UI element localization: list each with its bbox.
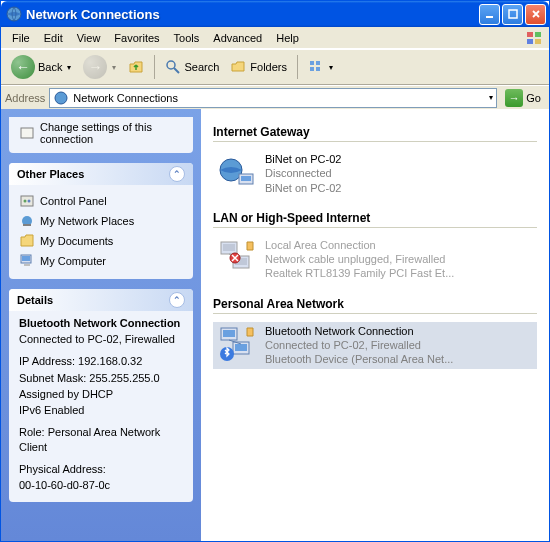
- svg-point-13: [55, 92, 67, 104]
- svg-rect-15: [21, 196, 33, 206]
- svg-rect-11: [310, 67, 314, 71]
- search-icon: [165, 59, 181, 75]
- menu-view[interactable]: View: [70, 30, 108, 46]
- toolbar-separator: [154, 55, 155, 79]
- chevron-down-icon: ▾: [112, 63, 116, 72]
- group-lan: LAN or High-Speed Internet: [213, 211, 537, 228]
- link-my-documents[interactable]: My Documents: [19, 231, 183, 251]
- svg-rect-27: [223, 244, 235, 251]
- detail-ipv6: IPv6 Enabled: [19, 402, 183, 418]
- connection-status: Network cable unplugged, Firewalled: [265, 252, 454, 266]
- collapse-icon[interactable]: ⌃: [169, 292, 185, 308]
- up-button[interactable]: [123, 56, 149, 78]
- folders-label: Folders: [250, 61, 287, 73]
- detail-mac-label: Physical Address:: [19, 461, 183, 477]
- control-panel-icon: [19, 193, 35, 209]
- folder-up-icon: [128, 59, 144, 75]
- search-button[interactable]: Search: [160, 56, 224, 78]
- address-bar: Address Network Connections ▾ → Go: [1, 85, 549, 109]
- collapse-icon[interactable]: ⌃: [169, 166, 185, 182]
- app-icon: [6, 6, 22, 22]
- gateway-icon: [217, 152, 257, 192]
- forward-button[interactable]: → ▾: [78, 52, 121, 82]
- svg-point-7: [167, 61, 175, 69]
- connection-device: Realtek RTL8139 Family PCI Fast Et...: [265, 266, 454, 280]
- other-places-panel: Other Places ⌃ Control Panel My Network …: [9, 163, 193, 279]
- back-label: Back: [38, 61, 62, 73]
- chevron-down-icon: ▾: [67, 63, 71, 72]
- svg-rect-9: [310, 61, 314, 65]
- tasks-pane: Change settings of this connection Other…: [1, 109, 201, 541]
- detail-status: Connected to PC-02, Firewalled: [19, 331, 183, 347]
- documents-icon: [19, 233, 35, 249]
- title-bar: Network Connections: [1, 1, 549, 27]
- svg-rect-22: [24, 264, 30, 266]
- menu-edit[interactable]: Edit: [37, 30, 70, 46]
- connection-name: Bluetooth Network Connection: [265, 324, 453, 338]
- svg-rect-14: [21, 128, 33, 138]
- menu-favorites[interactable]: Favorites: [107, 30, 166, 46]
- group-pan: Personal Area Network: [213, 297, 537, 314]
- connection-item-bluetooth[interactable]: Bluetooth Network Connection Connected t…: [213, 322, 537, 369]
- maximize-button[interactable]: [502, 4, 523, 25]
- panel-header[interactable]: Other Places ⌃: [9, 163, 193, 185]
- minimize-button[interactable]: [479, 4, 500, 25]
- group-internet-gateway: Internet Gateway: [213, 125, 537, 142]
- link-network-places[interactable]: My Network Places: [19, 211, 183, 231]
- connection-status: Disconnected: [265, 166, 341, 180]
- go-icon: →: [505, 89, 523, 107]
- back-button[interactable]: ← Back ▾: [6, 52, 76, 82]
- search-label: Search: [184, 61, 219, 73]
- svg-rect-4: [535, 32, 541, 37]
- close-button[interactable]: [525, 4, 546, 25]
- connection-name: BiNet on PC-02: [265, 152, 341, 166]
- go-button[interactable]: → Go: [501, 88, 545, 108]
- menu-bar: File Edit View Favorites Tools Advanced …: [1, 27, 549, 49]
- forward-icon: →: [83, 55, 107, 79]
- toolbar: ← Back ▾ → ▾ Search Folders ▾: [1, 49, 549, 85]
- lan-icon: [217, 238, 257, 278]
- detail-mask: Subnet Mask: 255.255.255.0: [19, 370, 183, 386]
- connection-item-lan[interactable]: Local Area Connection Network cable unpl…: [213, 236, 537, 283]
- settings-icon: [19, 125, 35, 141]
- computer-icon: [19, 253, 35, 269]
- detail-ip: IP Address: 192.168.0.32: [19, 353, 183, 369]
- connection-device: Bluetooth Device (Personal Area Net...: [265, 352, 453, 366]
- task-link-change-settings[interactable]: Change settings of this connection: [19, 121, 183, 145]
- panel-title: Details: [17, 294, 53, 306]
- svg-rect-10: [316, 61, 320, 65]
- svg-rect-19: [23, 224, 31, 226]
- svg-line-8: [174, 68, 179, 73]
- menu-tools[interactable]: Tools: [167, 30, 207, 46]
- svg-rect-2: [509, 10, 517, 18]
- panel-title: Other Places: [17, 168, 84, 180]
- svg-rect-33: [223, 330, 235, 337]
- detail-dhcp: Assigned by DHCP: [19, 386, 183, 402]
- views-button[interactable]: ▾: [303, 56, 338, 78]
- go-label: Go: [526, 92, 541, 104]
- detail-mac: 00-10-60-d0-87-0c: [19, 477, 183, 493]
- svg-rect-21: [22, 256, 30, 261]
- panel-header[interactable]: Details ⌃: [9, 289, 193, 311]
- address-value: Network Connections: [73, 92, 178, 104]
- link-my-computer[interactable]: My Computer: [19, 251, 183, 271]
- svg-point-17: [28, 200, 31, 203]
- network-tasks-panel: Change settings of this connection: [9, 117, 193, 153]
- content-area: Change settings of this connection Other…: [1, 109, 549, 541]
- link-control-panel[interactable]: Control Panel: [19, 191, 183, 211]
- chevron-down-icon[interactable]: ▾: [489, 93, 493, 102]
- connection-device: BiNet on PC-02: [265, 181, 341, 195]
- connection-item-binet[interactable]: BiNet on PC-02 Disconnected BiNet on PC-…: [213, 150, 537, 197]
- menu-advanced[interactable]: Advanced: [206, 30, 269, 46]
- address-input[interactable]: Network Connections ▾: [49, 88, 497, 108]
- svg-rect-12: [316, 67, 320, 71]
- details-panel: Details ⌃ Bluetooth Network Connection C…: [9, 289, 193, 502]
- window-title: Network Connections: [26, 7, 479, 22]
- menu-help[interactable]: Help: [269, 30, 306, 46]
- folders-icon: [231, 59, 247, 75]
- folders-button[interactable]: Folders: [226, 56, 292, 78]
- views-icon: [308, 59, 324, 75]
- svg-rect-35: [235, 344, 247, 351]
- menu-file[interactable]: File: [5, 30, 37, 46]
- network-places-icon: [19, 213, 35, 229]
